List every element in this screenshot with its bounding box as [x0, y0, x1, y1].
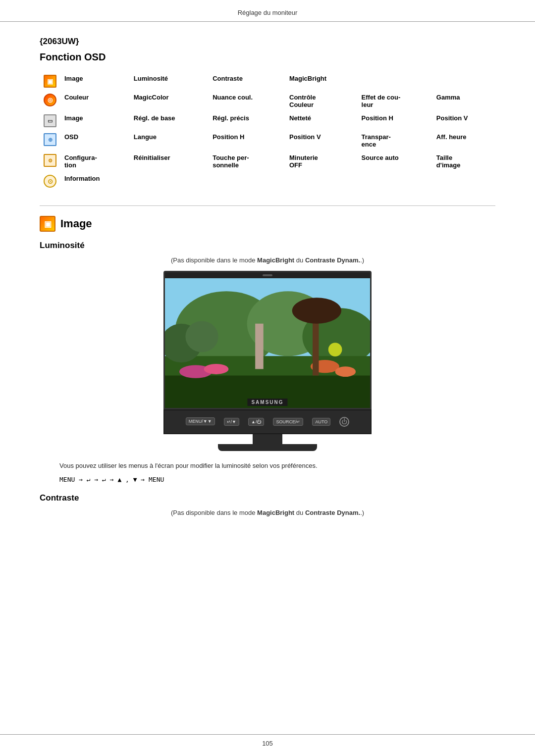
sub-aff-heure: Aff. heure — [432, 130, 495, 151]
image-heading: ▣ Image — [40, 216, 495, 232]
page-header: Réglage du moniteur — [0, 0, 535, 22]
sub-minuterie: MinuterieOFF — [285, 151, 358, 172]
btn-symbol-auto: AUTO — [312, 418, 330, 426]
image-heading-text: Image — [60, 217, 92, 230]
monitor-wrapper: SAMSUNG MENU/▼▼ ↵/▼ ▲/⏻ SOURCE/↵ — [163, 271, 372, 451]
fonction-osd-title: Fonction OSD — [40, 51, 495, 63]
sub-taille-image: Tailled'image — [432, 151, 495, 172]
image-heading-icon: ▣ — [40, 216, 55, 232]
section-divider-1 — [40, 205, 495, 206]
sub-luminosite: Luminosité — [130, 72, 209, 91]
icon-cell-image2: ▭ — [40, 111, 60, 130]
luminosite-title: Luminosité — [40, 241, 495, 251]
sub-gamma: Gamma — [432, 91, 495, 111]
ctrl-btn-enter: ↵/▼ — [224, 418, 239, 426]
sub-magiccolor: MagicColor — [130, 91, 209, 111]
svg-point-18 — [185, 321, 218, 352]
svg-rect-13 — [255, 324, 264, 369]
contraste-note-dynam: Contraste Dynam. — [305, 509, 360, 516]
contraste-title: Contraste — [40, 493, 495, 503]
sub-magicbright: MagicBright — [285, 72, 358, 91]
menu-label-couleur: Couleur — [60, 91, 130, 111]
osd-row-osd: ⊕ OSD Langue Position H Position V Trans… — [40, 130, 495, 151]
icon-cell-image1: ▣ — [40, 72, 60, 91]
monitor-top-bar — [165, 272, 370, 278]
top-bar-dot — [263, 274, 272, 276]
monitor-container: SAMSUNG MENU/▼▼ ↵/▼ ▲/⏻ SOURCE/↵ — [40, 271, 495, 451]
monitor-image-content: SAMSUNG — [165, 278, 370, 408]
menu-label-config: Configura-tion — [60, 151, 130, 172]
image1-icon: ▣ — [44, 75, 56, 88]
ctrl-btn-source: SOURCE/↵ — [273, 418, 303, 426]
note-contraste-dynam: Contraste Dynam. — [305, 256, 360, 264]
icon-cell-config: ⚙ — [40, 151, 60, 172]
sub-controle-couleur: ContrôleCouleur — [285, 91, 358, 111]
sub-nuance-coul: Nuance coul. — [209, 91, 285, 111]
svg-point-12 — [292, 298, 341, 323]
osd-table: ▣ Image Luminosité Contraste MagicBright… — [40, 72, 495, 191]
sub-contraste: Contraste — [209, 72, 285, 91]
menu-label-image1: Image — [60, 72, 130, 91]
model-title: {2063UW} — [40, 37, 495, 47]
info-icon: ⊙ — [44, 175, 56, 188]
sub-position-h1: Position H — [358, 111, 432, 130]
btn-symbol-menu: MENU/▼▼ — [186, 417, 215, 425]
osd-row-image1: ▣ Image Luminosité Contraste MagicBright — [40, 72, 495, 91]
sub-langue: Langue — [130, 130, 209, 151]
contraste-note-magicbright: MagicBright — [257, 509, 294, 516]
luminosite-note: (Pas disponible dans le mode MagicBright… — [40, 256, 495, 264]
menu-label-info: Information — [60, 172, 130, 191]
screen-icon: ▭ — [44, 114, 56, 127]
svg-point-7 — [204, 364, 229, 374]
monitor-screen: SAMSUNG — [163, 271, 372, 409]
note-magicbright: MagicBright — [257, 256, 294, 264]
osd-row-couleur: ◎ Couleur MagicColor Nuance coul. Contrô… — [40, 91, 495, 111]
monitor-brand: SAMSUNG — [247, 399, 287, 406]
svg-point-9 — [335, 366, 356, 377]
monitor-stand-neck — [253, 434, 282, 444]
sub-source-auto: Source auto — [358, 151, 432, 172]
osd-row-config: ⚙ Configura-tion Réinitialiser Touche pe… — [40, 151, 495, 172]
sub-position-v1: Position V — [432, 111, 495, 130]
page-footer: 105 — [0, 734, 535, 747]
sub-position-v2: Position V — [285, 130, 358, 151]
btn-symbol-enter: ↵/▼ — [224, 418, 239, 426]
page-content: {2063UW} Fonction OSD ▣ Image Luminosité… — [0, 22, 535, 553]
sub-reinitialiser: Réinitialiser — [130, 151, 209, 172]
menu-label-image2: Image — [60, 111, 130, 130]
menu-label-osd: OSD — [60, 130, 130, 151]
sub-nettete: Netteté — [285, 111, 358, 130]
ctrl-btn-up: ▲/⏻ — [248, 418, 264, 426]
header-title: Réglage du moniteur — [238, 9, 298, 16]
power-button: ⏻ — [339, 417, 349, 427]
sub-touche-per: Touche per-sonnelle — [209, 151, 285, 172]
monitor-stand-base — [218, 444, 317, 451]
ctrl-btn-auto: AUTO — [312, 418, 330, 426]
sub-regl-precis: Régl. précis — [209, 111, 285, 130]
config-icon: ⚙ — [44, 154, 56, 167]
ctrl-btn-menu: MENU/▼▼ — [186, 417, 215, 426]
osd-icon: ⊕ — [44, 133, 56, 146]
page-number: 105 — [262, 740, 273, 747]
btn-symbol-source: SOURCE/↵ — [273, 418, 303, 426]
couleur-icon: ◎ — [44, 94, 56, 106]
svg-point-10 — [328, 343, 342, 356]
icon-cell-osd: ⊕ — [40, 130, 60, 151]
contraste-note: (Pas disponible dans le mode MagicBright… — [40, 509, 495, 516]
sub-effet-couleur: Effet de cou-leur — [358, 91, 432, 111]
luminosite-description: Vous pouvez utiliser les menus à l'écran… — [59, 461, 476, 471]
sub-transparence: Transpar-ence — [358, 130, 432, 151]
icon-cell-couleur: ◎ — [40, 91, 60, 111]
osd-row-image2: ▭ Image Régl. de base Régl. précis Nette… — [40, 111, 495, 130]
osd-row-info: ⊙ Information — [40, 172, 495, 191]
sub-regl-base: Régl. de base — [130, 111, 209, 130]
icon-cell-info: ⊙ — [40, 172, 60, 191]
sub-position-h2: Position H — [209, 130, 285, 151]
btn-symbol-up: ▲/⏻ — [248, 418, 264, 426]
monitor-buttons-row: MENU/▼▼ ↵/▼ ▲/⏻ SOURCE/↵ AUTO ⏻ — [163, 409, 372, 434]
luminosite-formula: MENU → ↵ → ↵ → ▲ , ▼ → MENU — [59, 476, 476, 483]
